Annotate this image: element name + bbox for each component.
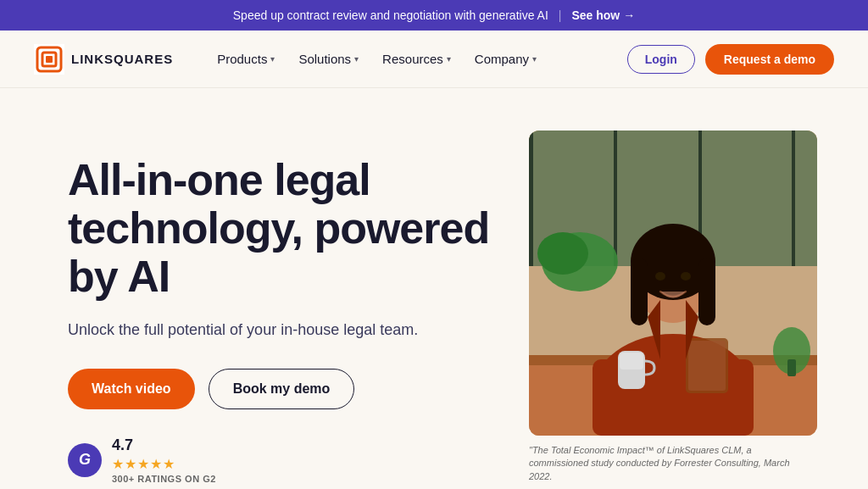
svg-rect-24 [688,341,726,391]
hero-content: All-in-one legal technology, powered by … [68,139,495,484]
svg-point-22 [681,272,691,281]
hero-title: All-in-one legal technology, powered by … [68,156,495,302]
svg-rect-15 [593,359,754,436]
g2-badge: G [68,443,102,477]
chevron-down-icon: ▾ [270,54,275,64]
chevron-down-icon: ▾ [354,54,359,64]
navigation: LINKSQUARES Products ▾ Solutions ▾ Resou… [0,31,868,88]
nav-item-products[interactable]: Products ▾ [207,45,285,73]
banner-cta[interactable]: See how → [571,8,635,22]
svg-rect-3 [46,56,53,63]
top-banner: Speed up contract review and negotiation… [0,0,868,31]
hero-image-container: "The Total Economic Impact™ of LinkSquar… [529,131,817,483]
logo-text: LINKSQUARES [71,52,173,66]
svg-rect-28 [787,359,796,376]
logo-icon [34,44,64,75]
svg-point-11 [537,232,588,275]
nav-links: Products ▾ Solutions ▾ Resources ▾ Compa… [207,45,627,73]
hero-image [529,131,817,436]
rating-info: 4.7 ★★★★★ 300+ RATINGS ON G2 [112,436,216,484]
rating-section: G 4.7 ★★★★★ 300+ RATINGS ON G2 [68,436,495,484]
hero-photo [529,131,817,436]
book-demo-button[interactable]: Book my demo [209,369,355,409]
nav-actions: Login Request a demo [627,44,834,75]
svg-point-21 [655,272,665,281]
request-demo-button[interactable]: Request a demo [705,44,834,75]
nav-item-company[interactable]: Company ▾ [465,45,547,73]
logo[interactable]: LINKSQUARES [34,44,173,75]
svg-rect-9 [792,131,795,266]
nav-item-solutions[interactable]: Solutions ▾ [288,45,369,73]
banner-text: Speed up contract review and negotiation… [233,8,548,22]
chevron-down-icon: ▾ [532,54,537,64]
banner-divider: | [559,8,562,22]
svg-rect-19 [631,258,648,325]
svg-rect-20 [698,258,715,325]
hero-subtitle: Unlock the full potential of your in-hou… [68,319,495,342]
hero-buttons: Watch video Book my demo [68,369,495,409]
rating-stars: ★★★★★ [112,456,216,472]
svg-rect-7 [614,131,617,266]
watch-video-button[interactable]: Watch video [68,369,195,409]
image-caption: "The Total Economic Impact™ of LinkSquar… [529,444,800,483]
rating-label: 300+ RATINGS ON G2 [112,474,216,484]
nav-item-resources[interactable]: Resources ▾ [372,45,461,73]
svg-rect-26 [620,353,643,370]
svg-rect-6 [529,131,533,266]
hero-section: All-in-one legal technology, powered by … [0,88,868,484]
chevron-down-icon: ▾ [447,54,451,64]
rating-number: 4.7 [112,436,216,454]
login-button[interactable]: Login [627,45,695,74]
